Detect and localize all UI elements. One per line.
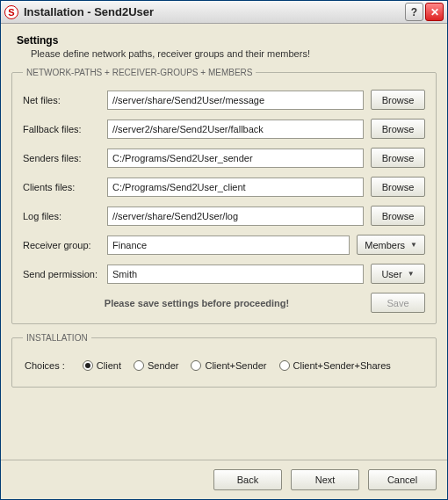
label-senders-files: Senders files: [23, 153, 107, 163]
row-receiver-group: Receiver group: Members ▼ [23, 235, 425, 255]
content-area: Settings Please define network paths, re… [1, 24, 447, 460]
installation-legend: INSTALLATION [23, 333, 91, 343]
save-button[interactable]: Save [371, 293, 425, 313]
next-button[interactable]: Next [291, 469, 359, 490]
paths-legend: NETWORK-PATHS + RECEIVER-GROUPS + MEMBER… [23, 68, 256, 77]
row-send-permission: Send permission: User ▼ [23, 264, 425, 284]
save-row: Please save settings before proceeding! … [23, 293, 425, 313]
save-hint: Please save settings before proceeding! [23, 298, 371, 308]
footer: Back Next Cancel [1, 460, 447, 499]
radio-client-sender-shares[interactable]: Client+Sender+Shares [279, 360, 391, 371]
row-fallback-files: Fallback files: Browse [23, 119, 425, 139]
user-button-label: User [381, 269, 401, 279]
radio-icon [191, 360, 201, 371]
row-clients-files: Clients files: Browse [23, 177, 425, 197]
input-senders-files[interactable] [107, 149, 364, 168]
paths-groupbox: NETWORK-PATHS + RECEIVER-GROUPS + MEMBER… [11, 68, 437, 324]
browse-net-files-button[interactable]: Browse [371, 90, 425, 110]
back-button[interactable]: Back [213, 469, 282, 490]
input-log-files[interactable] [107, 207, 364, 226]
installation-groupbox: INSTALLATION Choices : Client Sender Cli… [11, 333, 437, 388]
label-receiver-group: Receiver group: [23, 240, 107, 250]
browse-log-files-button[interactable]: Browse [371, 206, 425, 226]
members-button[interactable]: Members ▼ [357, 235, 425, 255]
choices-row: Choices : Client Sender Client+Sender Cl… [23, 355, 425, 376]
radio-label: Sender [148, 360, 178, 371]
input-fallback-files[interactable] [107, 120, 364, 139]
installer-window: S Installation - Send2User ? ✕ Settings … [0, 0, 448, 500]
members-button-label: Members [365, 240, 405, 250]
page-title: Settings [17, 34, 437, 47]
chevron-down-icon: ▼ [408, 270, 415, 278]
close-button[interactable]: ✕ [425, 3, 444, 21]
input-clients-files[interactable] [107, 178, 364, 197]
radio-label: Client+Sender+Shares [293, 360, 391, 371]
radio-icon [83, 360, 93, 371]
input-receiver-group[interactable] [107, 236, 350, 255]
radio-sender[interactable]: Sender [134, 360, 178, 371]
help-button[interactable]: ? [405, 3, 423, 21]
label-log-files: Log files: [23, 211, 107, 221]
radio-client[interactable]: Client [83, 360, 121, 371]
row-senders-files: Senders files: Browse [23, 148, 425, 168]
radio-client-sender[interactable]: Client+Sender [191, 360, 266, 371]
label-net-files: Net files: [23, 95, 107, 105]
row-log-files: Log files: Browse [23, 206, 425, 226]
radio-icon [134, 360, 144, 371]
window-title: Installation - Send2User [24, 5, 403, 18]
browse-fallback-files-button[interactable]: Browse [371, 119, 425, 139]
browse-clients-files-button[interactable]: Browse [371, 177, 425, 197]
radio-label: Client [97, 360, 121, 371]
input-net-files[interactable] [107, 91, 364, 110]
label-fallback-files: Fallback files: [23, 124, 107, 134]
label-clients-files: Clients files: [23, 182, 107, 192]
radio-icon [279, 360, 290, 371]
chevron-down-icon: ▼ [410, 241, 417, 249]
user-button[interactable]: User ▼ [371, 264, 425, 284]
input-send-permission[interactable] [107, 264, 364, 284]
close-icon: ✕ [430, 6, 439, 18]
label-send-permission: Send permission: [23, 269, 107, 279]
page-subtitle: Please define network paths, receiver gr… [31, 48, 437, 59]
app-icon: S [4, 5, 18, 19]
cancel-button[interactable]: Cancel [368, 469, 437, 490]
titlebar: S Installation - Send2User ? ✕ [1, 1, 447, 24]
browse-senders-files-button[interactable]: Browse [371, 148, 425, 168]
row-net-files: Net files: Browse [23, 90, 425, 110]
choices-label: Choices : [25, 360, 65, 371]
radio-label: Client+Sender [205, 360, 266, 371]
